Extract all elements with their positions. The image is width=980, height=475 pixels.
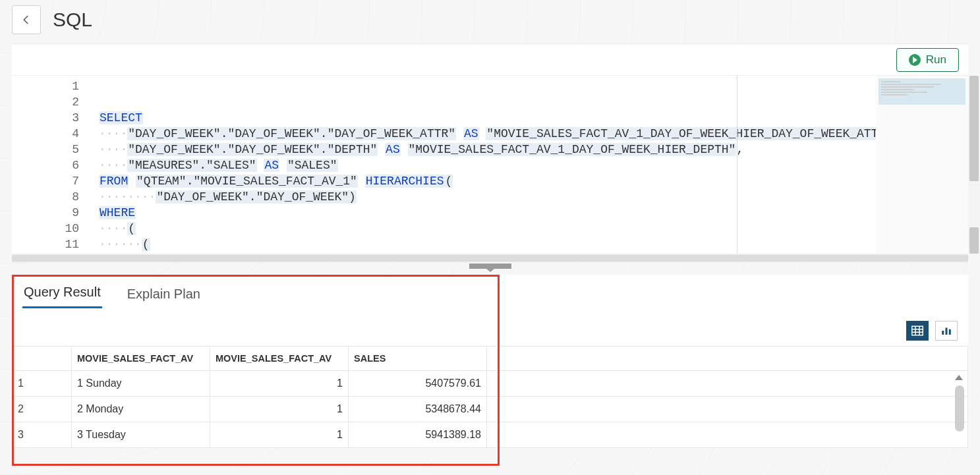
row-number: 2: [13, 397, 72, 422]
page-header: SQL: [0, 0, 980, 40]
code-line[interactable]: SELECT: [99, 110, 876, 126]
table-icon: [911, 325, 923, 336]
table-row[interactable]: 33 Tuesday15941389.18: [13, 422, 968, 448]
column-header-spacer: [487, 347, 968, 371]
column-header-depth[interactable]: MOVIE_SALES_FACT_AV: [210, 347, 349, 371]
svg-rect-5: [942, 331, 944, 335]
results-panel: Query Result Explain Plan: [12, 275, 968, 448]
grip-icon: [469, 264, 511, 269]
cell-sales: 5941389.18: [349, 422, 487, 448]
panel-resize-handle[interactable]: [0, 263, 980, 269]
cell-spacer: [487, 371, 968, 397]
code-line[interactable]: ······(: [99, 237, 876, 252]
column-ruler: [737, 76, 737, 254]
table-row[interactable]: 11 Sunday15407579.61: [13, 371, 968, 397]
play-icon: [909, 54, 921, 66]
scrollbar-thumb[interactable]: [12, 255, 968, 262]
back-button[interactable]: [12, 5, 41, 34]
column-header-attr[interactable]: MOVIE_SALES_FACT_AV: [72, 347, 210, 371]
line-number: 3: [12, 110, 79, 126]
code-line[interactable]: ····"DAY_OF_WEEK"."DAY_OF_WEEK"."DAY_OF_…: [99, 126, 876, 142]
column-header-sales[interactable]: SALES: [349, 347, 487, 371]
line-number: 5: [12, 142, 79, 157]
row-number: 1: [13, 371, 72, 397]
line-number: 7: [12, 173, 79, 189]
table-row[interactable]: 22 Monday15348678.44: [13, 397, 968, 422]
line-number: 11: [12, 237, 79, 252]
tab-query-result[interactable]: Query Result: [22, 278, 102, 308]
bar-chart-icon: [940, 325, 952, 336]
page-title: SQL: [53, 9, 92, 31]
cell-spacer: [487, 422, 968, 448]
code-line[interactable]: ····(: [99, 221, 876, 237]
cell-attr: 2 Monday: [72, 397, 210, 422]
svg-rect-7: [949, 329, 951, 335]
results-toolbar: [12, 309, 968, 346]
tab-explain-plan[interactable]: Explain Plan: [126, 280, 202, 308]
run-button-label: Run: [926, 53, 946, 67]
line-number: 6: [12, 157, 79, 173]
editor-vertical-scrollbar[interactable]: [968, 76, 980, 254]
scroll-up-icon[interactable]: [955, 375, 963, 380]
cell-sales: 5407579.61: [349, 371, 487, 397]
scrollbar-thumb[interactable]: [969, 76, 979, 181]
cell-spacer: [487, 397, 968, 422]
row-number: 3: [13, 422, 72, 448]
results-vertical-scrollbar[interactable]: [955, 385, 964, 432]
line-number: 2: [12, 94, 79, 110]
svg-rect-6: [946, 328, 948, 335]
sql-editor-panel: Run 1234567891011 SELECT····"DAY_OF_WEEK…: [12, 43, 968, 254]
line-number: 10: [12, 221, 79, 237]
cell-attr: 3 Tuesday: [72, 422, 210, 448]
code-line[interactable]: ····"MEASURES"."SALES" AS "SALES": [99, 157, 876, 173]
line-number: 4: [12, 126, 79, 142]
code-line[interactable]: ········"DAY_OF_WEEK"."DAY_OF_WEEK"): [99, 189, 876, 205]
code-line[interactable]: WHERE: [99, 205, 876, 221]
line-number: 1: [12, 78, 79, 94]
cell-depth: 1: [210, 397, 349, 422]
cell-depth: 1: [210, 371, 349, 397]
code-editor[interactable]: 1234567891011 SELECT····"DAY_OF_WEEK"."D…: [12, 76, 968, 254]
cell-sales: 5348678.44: [349, 397, 487, 422]
results-tabs: Query Result Explain Plan: [12, 275, 968, 309]
line-number-gutter: 1234567891011: [12, 76, 91, 254]
code-line[interactable]: ····"DAY_OF_WEEK"."DAY_OF_WEEK"."DEPTH" …: [99, 142, 876, 157]
cell-attr: 1 Sunday: [72, 371, 210, 397]
minimap[interactable]: [876, 76, 968, 254]
editor-toolbar: Run: [12, 44, 968, 76]
code-line[interactable]: FROM "QTEAM"."MOVIE_SALES_FACT_AV_1" HIE…: [99, 173, 876, 189]
column-header-rownum[interactable]: [13, 347, 72, 371]
line-number: 9: [12, 205, 79, 221]
chart-view-button[interactable]: [935, 321, 958, 341]
cell-depth: 1: [210, 422, 349, 448]
results-grid[interactable]: MOVIE_SALES_FACT_AV MOVIE_SALES_FACT_AV …: [12, 346, 968, 448]
svg-rect-0: [912, 326, 923, 335]
table-view-button[interactable]: [906, 321, 929, 341]
run-button[interactable]: Run: [896, 48, 959, 72]
line-number: 8: [12, 189, 79, 205]
editor-horizontal-scrollbar[interactable]: [12, 254, 968, 263]
results-header-row: MOVIE_SALES_FACT_AV MOVIE_SALES_FACT_AV …: [13, 347, 968, 371]
arrow-left-icon: [20, 14, 32, 26]
scrollbar-thumb[interactable]: [969, 227, 979, 254]
code-area[interactable]: SELECT····"DAY_OF_WEEK"."DAY_OF_WEEK"."D…: [91, 76, 876, 254]
